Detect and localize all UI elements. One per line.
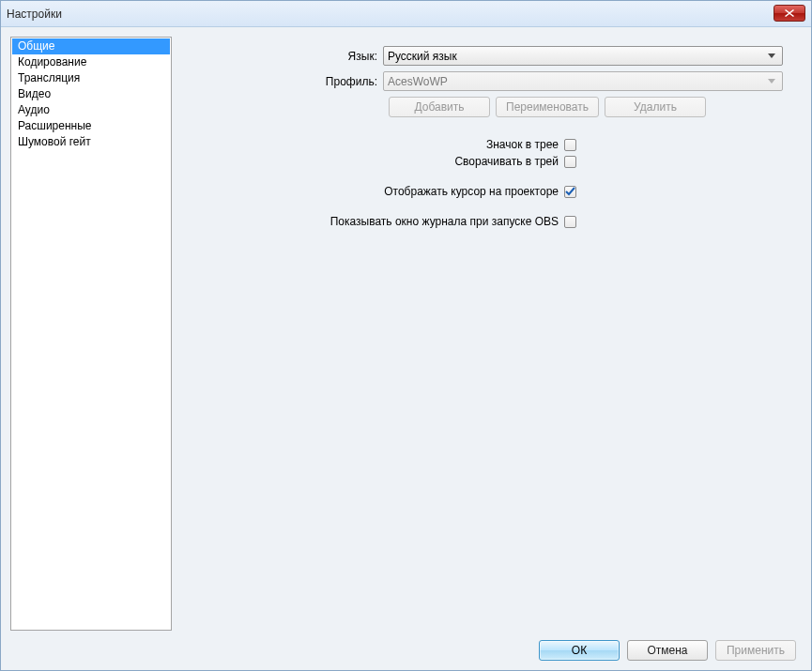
- chevron-down-icon: [765, 53, 778, 58]
- chevron-down-icon: [765, 79, 778, 84]
- tray-icon-checkbox[interactable]: [564, 139, 576, 151]
- tray-icon-label: Значок в трее: [198, 138, 564, 151]
- check-icon: [565, 187, 575, 197]
- add-profile-button[interactable]: Добавить: [389, 97, 490, 117]
- minimize-tray-row: Сворачивать в трей: [198, 155, 783, 168]
- footer: ОК Отмена Применить: [1, 631, 811, 670]
- sidebar-item-noise-gate[interactable]: Шумовой гейт: [12, 134, 170, 150]
- sidebar-item-label: Общие: [18, 39, 54, 53]
- log-window-row: Показывать окно журнала при запуске OBS: [198, 215, 783, 228]
- button-label: Переименовать: [506, 100, 589, 114]
- button-label: ОК: [572, 644, 587, 657]
- sidebar-item-encoding[interactable]: Кодирование: [12, 54, 170, 70]
- profile-select[interactable]: AcesWoWP: [383, 71, 783, 91]
- log-window-label: Показывать окно журнала при запуске OBS: [198, 215, 564, 228]
- sidebar-item-label: Кодирование: [18, 55, 86, 69]
- language-label: Язык:: [198, 50, 383, 63]
- button-label: Удалить: [634, 100, 677, 114]
- category-sidebar[interactable]: Общие Кодирование Трансляция Видео Аудио…: [10, 37, 172, 631]
- language-select[interactable]: Русский язык: [383, 46, 783, 66]
- cancel-button[interactable]: Отмена: [627, 640, 708, 661]
- language-value: Русский язык: [388, 50, 765, 63]
- button-label: Добавить: [414, 100, 464, 114]
- profile-value: AcesWoWP: [388, 75, 765, 88]
- general-panel: Язык: Русский язык Профиль: AcesWoWP: [179, 37, 802, 631]
- profile-row: Профиль: AcesWoWP: [198, 71, 783, 91]
- button-label: Применить: [727, 644, 785, 657]
- settings-window: Настройки Общие Кодирование Трансляция В…: [0, 0, 812, 671]
- sidebar-item-audio[interactable]: Аудио: [12, 102, 170, 118]
- apply-button[interactable]: Применить: [715, 640, 796, 661]
- log-window-checkbox[interactable]: [564, 216, 576, 228]
- profile-buttons: Добавить Переименовать Удалить: [389, 97, 783, 117]
- sidebar-item-broadcast[interactable]: Трансляция: [12, 70, 170, 86]
- sidebar-item-general[interactable]: Общие: [12, 38, 170, 54]
- sidebar-item-video[interactable]: Видео: [12, 86, 170, 102]
- tray-icon-row: Значок в трее: [198, 138, 783, 151]
- titlebar: Настройки: [1, 1, 811, 27]
- sidebar-item-label: Шумовой гейт: [18, 135, 91, 148]
- rename-profile-button[interactable]: Переименовать: [496, 97, 599, 117]
- cursor-label: Отображать курсор на проекторе: [198, 185, 564, 198]
- cursor-row: Отображать курсор на проекторе: [198, 185, 783, 198]
- minimize-tray-label: Сворачивать в трей: [198, 155, 564, 168]
- sidebar-item-advanced[interactable]: Расширенные: [12, 118, 170, 134]
- button-label: Отмена: [647, 644, 687, 657]
- minimize-tray-checkbox[interactable]: [564, 156, 576, 168]
- close-button[interactable]: [774, 5, 805, 22]
- language-row: Язык: Русский язык: [198, 46, 783, 66]
- close-icon: [785, 9, 794, 17]
- sidebar-item-label: Аудио: [18, 103, 50, 116]
- window-title: Настройки: [7, 8, 62, 21]
- cursor-checkbox[interactable]: [564, 186, 576, 198]
- sidebar-item-label: Трансляция: [18, 71, 80, 84]
- body: Общие Кодирование Трансляция Видео Аудио…: [1, 27, 811, 631]
- ok-button[interactable]: ОК: [539, 640, 620, 661]
- profile-label: Профиль:: [198, 75, 383, 88]
- sidebar-item-label: Видео: [18, 87, 51, 100]
- delete-profile-button[interactable]: Удалить: [605, 97, 706, 117]
- client-area: Общие Кодирование Трансляция Видео Аудио…: [1, 27, 811, 670]
- sidebar-item-label: Расширенные: [18, 119, 92, 132]
